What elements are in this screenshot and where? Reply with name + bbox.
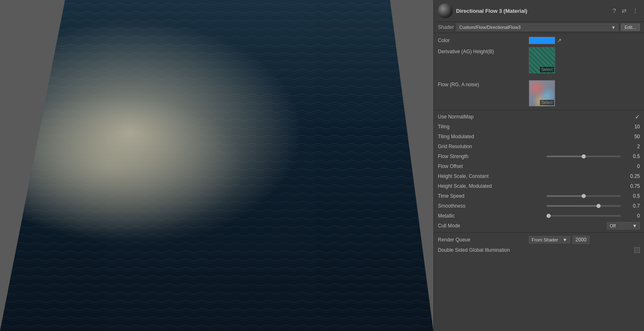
- cull-mode-row: Cull Mode Off ▼: [434, 221, 644, 231]
- flow-strength-thumb: [582, 154, 586, 158]
- lock-icon[interactable]: ⇄: [620, 7, 628, 15]
- tiling-number[interactable]: 10: [623, 124, 640, 130]
- double-sided-gi-value: [529, 247, 640, 253]
- cull-mode-value: Off ▼: [529, 222, 640, 229]
- svg-rect-0: [0, 0, 433, 331]
- flow-strength-number[interactable]: 0.5: [623, 154, 640, 159]
- smoothness-row: Smoothness 0.7: [434, 201, 644, 211]
- shader-dropdown[interactable]: Custom/Flow/DirectionalFlow3 ▼: [456, 24, 618, 31]
- time-speed-row: Time Speed 0.5: [434, 191, 644, 201]
- cull-mode-label: Cull Mode: [438, 223, 529, 229]
- tiling-modulated-row: Tiling Modulated 50: [434, 132, 644, 142]
- grid-resolution-value: 2: [529, 144, 640, 149]
- metallic-label: Metallic: [438, 213, 529, 219]
- render-queue-label: Render Queue: [438, 237, 529, 243]
- flow-texture-select-label: Select: [540, 100, 554, 105]
- height-scale-constant-label: Height Scale, Constant: [438, 173, 529, 179]
- smoothness-number[interactable]: 0.7: [623, 203, 640, 209]
- height-scale-constant-row: Height Scale, Constant 0.25: [434, 171, 644, 181]
- tiling-modulated-number[interactable]: 50: [623, 134, 640, 139]
- color-expand-icon[interactable]: ↗: [557, 37, 562, 44]
- render-queue-controls: From Shader ▼ 2000: [529, 236, 589, 244]
- use-normalmap-checkbox[interactable]: ✓: [635, 113, 640, 120]
- flow-offset-number[interactable]: 0: [623, 163, 640, 169]
- color-row: Color ↗: [434, 35, 644, 45]
- derivative-height-row: Derivative (AG) Height(B) Select: [434, 45, 644, 75]
- divider-1: [434, 110, 644, 110]
- inspector-panel: Directional Flow 3 (Material) ? ⇄ ⋮ Shad…: [433, 0, 644, 331]
- smoothness-fill: [547, 205, 599, 207]
- render-queue-row: Render Queue From Shader ▼ 2000: [434, 234, 644, 245]
- shader-dropdown-arrow-icon: ▼: [611, 25, 615, 30]
- smoothness-value: 0.7: [529, 203, 640, 209]
- metallic-number[interactable]: 0: [623, 213, 640, 219]
- header-icons: ? ⇄ ⋮: [611, 7, 640, 15]
- height-scale-modulated-value: 0.75: [529, 183, 640, 189]
- flow-texture-slot: Select: [529, 80, 555, 106]
- tiling-value: 10: [529, 124, 640, 130]
- flow-strength-slider[interactable]: [547, 156, 621, 157]
- properties-panel: Color ↗ Derivative (AG) Height(B) Select…: [434, 33, 644, 258]
- tiling-modulated-value: 50: [529, 134, 640, 139]
- divider-2: [434, 232, 644, 233]
- height-scale-modulated-number[interactable]: 0.75: [623, 183, 640, 189]
- render-queue-dropdown-value: From Shader: [532, 237, 558, 242]
- grid-resolution-label: Grid Resolution: [438, 144, 529, 149]
- flow-texture-thumbnail[interactable]: Select: [529, 80, 555, 106]
- cull-mode-dropdown[interactable]: Off ▼: [607, 222, 640, 229]
- render-queue-number[interactable]: 2000: [573, 236, 589, 244]
- height-scale-constant-number[interactable]: 0.25: [623, 173, 640, 179]
- use-normalmap-check-symbol: ✓: [635, 113, 640, 120]
- flow-strength-row: Flow Strength 0.5: [434, 151, 644, 161]
- metallic-slider[interactable]: [547, 215, 621, 217]
- derivative-height-label: Derivative (AG) Height(B): [438, 47, 529, 54]
- smoothness-label: Smoothness: [438, 203, 529, 209]
- use-normalmap-label: Use NormalMap: [438, 114, 529, 120]
- derivative-height-thumbnail[interactable]: Select: [529, 47, 555, 73]
- double-sided-gi-checkbox[interactable]: [634, 247, 640, 253]
- menu-icon[interactable]: ⋮: [631, 7, 640, 15]
- time-speed-value: 0.5: [529, 193, 640, 199]
- time-speed-number[interactable]: 0.5: [623, 193, 640, 199]
- use-normalmap-value: ✓: [529, 113, 640, 120]
- shader-dropdown-value: Custom/Flow/DirectionalFlow3: [459, 25, 521, 30]
- time-speed-slider[interactable]: [547, 195, 621, 197]
- material-header: Directional Flow 3 (Material) ? ⇄ ⋮: [434, 0, 644, 22]
- render-queue-dropdown-arrow-icon: ▼: [563, 237, 567, 242]
- tiling-row: Tiling 10: [434, 122, 644, 132]
- water-surface-render: [0, 0, 433, 331]
- flow-strength-fill: [547, 156, 584, 157]
- material-title: Directional Flow 3 (Material): [456, 8, 608, 14]
- height-scale-modulated-row: Height Scale, Modulated 0.75: [434, 181, 644, 191]
- flow-texture-label: Flow (RG, A noise): [438, 80, 529, 87]
- tiling-label: Tiling: [438, 124, 529, 130]
- metallic-thumb: [547, 214, 551, 218]
- time-speed-label: Time Speed: [438, 193, 529, 199]
- color-swatch-container: ↗: [529, 37, 562, 44]
- render-queue-dropdown[interactable]: From Shader ▼: [529, 236, 570, 244]
- use-normalmap-row: Use NormalMap ✓: [434, 112, 644, 122]
- color-swatch[interactable]: [529, 37, 555, 44]
- flow-texture-row: Flow (RG, A noise) Select: [434, 78, 644, 108]
- edit-shader-button[interactable]: Edit...: [621, 24, 640, 31]
- color-label: Color: [438, 38, 529, 43]
- shader-label: Shader: [438, 24, 454, 30]
- help-icon[interactable]: ?: [611, 7, 618, 15]
- derivative-height-slot: Select: [529, 47, 555, 73]
- flow-offset-row: Flow Offset 0: [434, 161, 644, 171]
- material-preview-sphere: [438, 3, 453, 18]
- flow-strength-value: 0.5: [529, 154, 640, 159]
- flow-offset-value: 0: [529, 163, 640, 169]
- grid-resolution-row: Grid Resolution 2: [434, 142, 644, 151]
- double-sided-gi-label: Double Sided Global Illumination: [438, 247, 529, 253]
- double-sided-gi-row: Double Sided Global Illumination: [434, 245, 644, 255]
- smoothness-thumb: [596, 204, 601, 208]
- grid-resolution-number[interactable]: 2: [623, 144, 640, 149]
- flow-offset-label: Flow Offset: [438, 163, 529, 169]
- height-scale-modulated-label: Height Scale, Modulated: [438, 183, 529, 189]
- flow-strength-label: Flow Strength: [438, 154, 529, 159]
- cull-mode-dropdown-value: Off: [610, 223, 615, 228]
- time-speed-thumb: [582, 194, 586, 198]
- smoothness-slider[interactable]: [547, 205, 621, 207]
- shader-row: Shader Custom/Flow/DirectionalFlow3 ▼ Ed…: [434, 22, 644, 33]
